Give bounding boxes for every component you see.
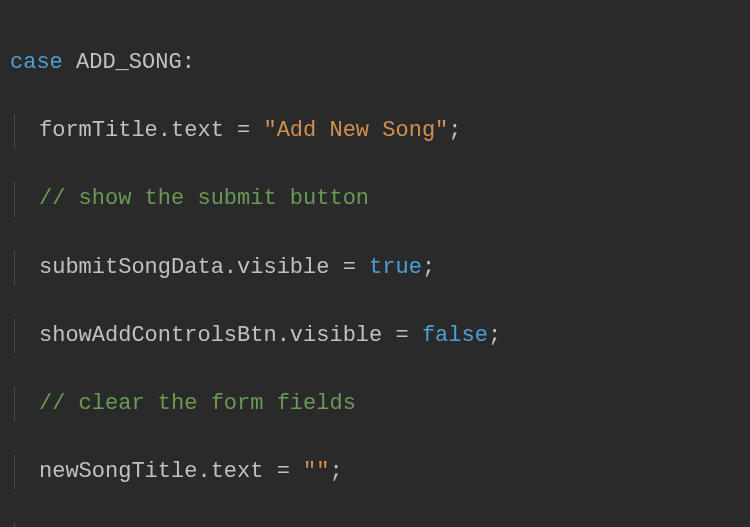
- code-line-3: // show the submit button: [14, 182, 740, 216]
- string-literal: "": [303, 459, 329, 484]
- boolean-true: true: [369, 255, 422, 280]
- code-line-2: formTitle.text = "Add New Song";: [14, 114, 740, 148]
- code-line-4: submitSongData.visible = true;: [14, 251, 740, 285]
- identifier: showAddControlsBtn: [39, 323, 277, 348]
- equals: =: [329, 255, 369, 280]
- keyword-case: case: [10, 50, 63, 75]
- code-line-7: newSongTitle.text = "";: [14, 455, 740, 489]
- semicolon: ;: [488, 323, 501, 348]
- colon: :: [182, 50, 195, 75]
- code-line-5: showAddControlsBtn.visible = false;: [14, 319, 740, 353]
- comment: // show the submit button: [39, 186, 369, 211]
- equals: =: [224, 118, 264, 143]
- code-line-1: case ADD_SONG:: [10, 46, 740, 80]
- identifier: formTitle: [39, 118, 158, 143]
- semicolon: ;: [329, 459, 342, 484]
- property: .text: [158, 118, 224, 143]
- comment: // clear the form fields: [39, 391, 356, 416]
- equals: =: [263, 459, 303, 484]
- property: .visible: [277, 323, 383, 348]
- property: .visible: [224, 255, 330, 280]
- semicolon: ;: [448, 118, 461, 143]
- code-snippet: case ADD_SONG: formTitle.text = "Add New…: [10, 12, 740, 527]
- semicolon: ;: [422, 255, 435, 280]
- identifier: newSongTitle: [39, 459, 197, 484]
- string-literal: "Add New Song": [263, 118, 448, 143]
- code-line-8: newSongArtist.text = "";: [14, 523, 740, 527]
- constant-add-song: ADD_SONG: [76, 50, 182, 75]
- boolean-false: false: [422, 323, 488, 348]
- equals: =: [382, 323, 422, 348]
- property: .text: [197, 459, 263, 484]
- code-line-6: // clear the form fields: [14, 387, 740, 421]
- identifier: submitSongData: [39, 255, 224, 280]
